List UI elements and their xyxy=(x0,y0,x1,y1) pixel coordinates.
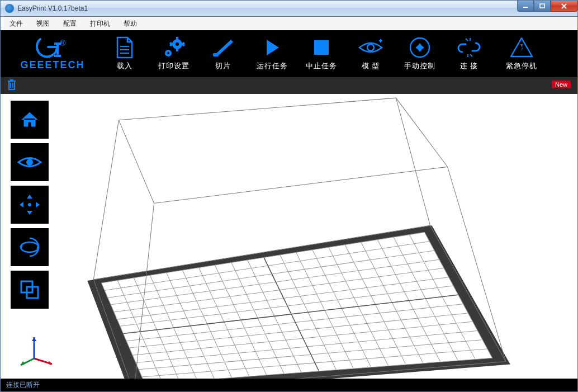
emergency-stop-label: 紧急停机 xyxy=(506,61,537,71)
maximize-button[interactable] xyxy=(534,1,551,12)
window-title: EasyPrint V1.0.17beta1 xyxy=(17,4,88,12)
viewport[interactable] xyxy=(0,94,578,379)
stop-icon xyxy=(313,36,330,59)
svg-point-7 xyxy=(176,42,179,46)
logo-text: GEEETECH xyxy=(20,59,84,70)
move-arrows-icon xyxy=(18,193,41,216)
menu-printer[interactable]: 打印机 xyxy=(83,18,117,30)
connect-label: 连 接 xyxy=(460,61,478,71)
trash-icon[interactable] xyxy=(6,78,17,93)
stop-task-button[interactable]: 中止任务 xyxy=(297,30,346,77)
model-label: 模 型 xyxy=(362,61,380,71)
axis-gizmo xyxy=(17,334,58,369)
run-task-button[interactable]: 运行任务 xyxy=(248,30,297,77)
window-titlebar: EasyPrint V1.0.17beta1 xyxy=(0,0,578,17)
build-volume-render xyxy=(1,94,577,379)
svg-rect-18 xyxy=(213,53,219,56)
status-bar: 连接已断开 xyxy=(0,379,578,392)
svg-point-24 xyxy=(417,45,423,50)
load-label: 载入 xyxy=(117,61,132,71)
app-icon xyxy=(5,4,14,13)
minimize-button[interactable] xyxy=(517,1,534,12)
svg-line-27 xyxy=(470,54,472,56)
warning-icon xyxy=(509,36,534,59)
copy-icon xyxy=(19,279,40,300)
knife-icon xyxy=(211,36,235,59)
connect-button[interactable]: 连 接 xyxy=(444,30,494,77)
close-button[interactable] xyxy=(551,1,577,12)
move-button[interactable] xyxy=(11,186,49,224)
print-settings-button[interactable]: 打印设置 xyxy=(149,30,198,77)
svg-point-75 xyxy=(21,242,39,252)
new-badge[interactable]: New xyxy=(552,81,571,88)
emergency-stop-button[interactable]: 紧急停机 xyxy=(494,30,549,77)
home-view-button[interactable] xyxy=(11,101,49,139)
copy-button[interactable] xyxy=(11,271,49,309)
slice-button[interactable]: 切片 xyxy=(198,30,248,77)
model-button[interactable]: 模 型 xyxy=(346,30,395,77)
rotate-button[interactable] xyxy=(11,228,49,266)
stop-task-label: 中止任务 xyxy=(306,61,337,71)
document-icon xyxy=(115,36,134,59)
window-controls xyxy=(517,1,577,12)
brand-logo: ® GEEETECH xyxy=(5,35,100,73)
svg-rect-0 xyxy=(523,7,528,8)
svg-line-25 xyxy=(466,39,468,41)
menu-help[interactable]: 帮助 xyxy=(117,18,144,30)
svg-rect-1 xyxy=(540,4,544,8)
home-icon xyxy=(18,108,41,131)
link-broken-icon xyxy=(457,36,481,59)
menu-config[interactable]: 配置 xyxy=(56,18,83,30)
load-button[interactable]: 载入 xyxy=(100,30,149,77)
rotate-icon xyxy=(17,235,42,259)
view-tools xyxy=(11,101,49,309)
target-icon xyxy=(409,36,431,59)
svg-rect-19 xyxy=(314,40,329,55)
svg-point-74 xyxy=(28,203,31,206)
print-settings-label: 打印设置 xyxy=(158,61,189,71)
eye-icon xyxy=(17,154,42,171)
svg-line-70 xyxy=(396,98,430,225)
manual-control-label: 手动控制 xyxy=(404,61,435,71)
slice-label: 切片 xyxy=(215,61,231,71)
svg-rect-9 xyxy=(176,49,178,51)
menu-bar: 文件 视图 配置 打印机 帮助 xyxy=(0,17,578,30)
play-icon xyxy=(262,36,282,59)
svg-point-20 xyxy=(367,44,374,51)
gears-icon xyxy=(162,36,186,59)
main-toolbar: ® GEEETECH 载入 打印设置 切片 运 xyxy=(0,30,578,77)
svg-line-69 xyxy=(93,120,119,280)
svg-point-17 xyxy=(167,52,169,54)
eye-plus-icon xyxy=(358,36,383,59)
run-task-label: 运行任务 xyxy=(257,61,288,71)
svg-point-73 xyxy=(26,159,33,166)
svg-rect-8 xyxy=(176,37,178,40)
sub-toolbar: New xyxy=(0,77,578,94)
menu-file[interactable]: 文件 xyxy=(3,18,30,30)
menu-view[interactable]: 视图 xyxy=(30,18,56,30)
manual-control-button[interactable]: 手动控制 xyxy=(395,30,444,77)
view-mode-button[interactable] xyxy=(11,143,49,181)
connection-status: 连接已断开 xyxy=(6,380,40,390)
